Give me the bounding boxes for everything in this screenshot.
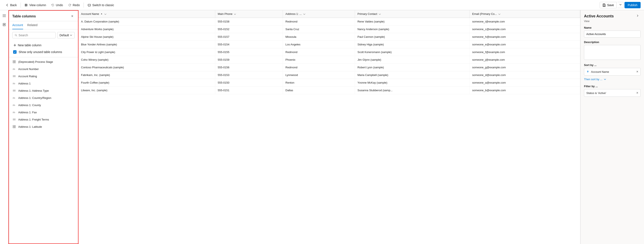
switch-classic-button[interactable]: Switch to classic <box>86 2 116 8</box>
divider-1 <box>20 3 21 8</box>
table-row[interactable]: A. Datum Corporation (sample) 555-0158 R… <box>78 18 580 26</box>
save-icon <box>602 4 606 7</box>
panel-header: Table columns × <box>9 11 78 21</box>
sort-remove-button[interactable]: × <box>636 70 638 74</box>
undo-button[interactable]: Undo <box>49 2 65 8</box>
cell-contact: Scott Konersmann (sample) <box>355 48 470 56</box>
list-item[interactable]: Address 1: Freight Terms <box>9 116 78 123</box>
menu-icon <box>12 89 16 93</box>
svg-rect-0 <box>25 4 26 6</box>
cell-email: someone_i@example.com <box>470 18 580 26</box>
cell-phone: 555-0154 <box>215 41 283 48</box>
cell-phone: 555-0152 <box>215 26 283 33</box>
svg-text:Ab: Ab <box>12 97 15 99</box>
plus-icon <box>13 44 16 47</box>
divider-2 <box>84 3 84 8</box>
cell-address: Dallas <box>283 87 355 94</box>
cell-email: someone_f@example.com <box>470 48 580 56</box>
table-area: Account Name Main Phone <box>78 10 580 244</box>
search-input[interactable] <box>19 34 53 37</box>
list-item[interactable]: Ab Address 1: County <box>9 101 78 109</box>
table-row[interactable]: Coho Winery (sample) 555-0159 Phoenix Ji… <box>78 56 580 64</box>
table-row[interactable]: Fabrikam, Inc. (sample) 555-0153 Lynnwoo… <box>78 71 580 79</box>
cell-address: Phoenix <box>283 56 355 64</box>
search-box[interactable] <box>12 32 56 38</box>
filter-label: Filter by ... <box>584 85 640 88</box>
table-row[interactable]: Alpine Ski House (sample) 555-0157 Misso… <box>78 33 580 41</box>
cell-contact: Robert Lyon (sample) <box>355 64 470 71</box>
save-dropdown-button[interactable] <box>618 2 624 8</box>
save-button[interactable]: Save <box>600 2 617 8</box>
back-button[interactable]: Back <box>4 2 19 8</box>
search-icon <box>15 34 18 37</box>
th-primary-contact[interactable]: Primary Contact <box>355 10 470 18</box>
unused-columns-row[interactable]: Show only unused table columns <box>12 49 75 55</box>
publish-button[interactable]: Publish <box>624 2 640 8</box>
then-sort-button[interactable]: Then sort by ... <box>584 77 640 82</box>
cell-email: someone_g@example.com <box>470 64 580 71</box>
save-label: Save <box>607 4 614 7</box>
unused-checkbox[interactable] <box>13 50 16 54</box>
table-body: A. Datum Corporation (sample) 555-0158 R… <box>78 18 580 94</box>
list-item[interactable]: Address 1: Latitude <box>9 123 78 130</box>
unused-label: Show only unused table columns <box>19 50 62 54</box>
th-account-name[interactable]: Account Name <box>78 10 215 18</box>
list-item[interactable]: Ab Address 1 <box>9 80 78 87</box>
th-email[interactable]: Email (Primary Co... <box>470 10 580 18</box>
right-panel-close-button[interactable] <box>635 14 640 19</box>
list-item[interactable]: Ab Address 1: Fax <box>9 109 78 116</box>
then-sort-label: Then sort by ... <box>584 78 602 81</box>
abc-icon: Ab <box>12 67 16 71</box>
svg-rect-16 <box>13 125 14 126</box>
svg-text:Ab: Ab <box>12 68 15 70</box>
table-row[interactable]: Contoso Pharmaceuticals (sample) 555-015… <box>78 64 580 71</box>
svg-text:Ab: Ab <box>12 82 15 85</box>
cell-contact: Yvonne McKay (sample) <box>355 79 470 87</box>
filter-item: Status is 'Active' × <box>584 89 640 97</box>
list-item[interactable]: Address 1: Address Type <box>9 87 78 94</box>
tab-account[interactable]: Account <box>12 21 23 29</box>
toolbar-right: Save Publish <box>600 2 640 8</box>
text-icon[interactable] <box>1 21 8 28</box>
cell-contact: Jim Glynn (sample) <box>355 56 470 64</box>
table-row[interactable]: City Power & Light (sample) 555-0155 Red… <box>78 48 580 56</box>
data-table: Account Name Main Phone <box>78 10 580 94</box>
list-item[interactable]: Ab Address 1: Country/Region <box>9 94 78 101</box>
grid-icon <box>12 125 16 129</box>
hamburger-icon[interactable] <box>1 12 8 19</box>
th-address[interactable]: Address 1: ... <box>283 10 355 18</box>
cell-name: Fabrikam, Inc. (sample) <box>78 71 215 79</box>
cell-phone: 555-0153 <box>215 71 283 79</box>
list-item[interactable]: (Deprecated) Process Stage <box>9 58 78 65</box>
name-field[interactable] <box>584 31 640 38</box>
new-column-button[interactable]: New table column <box>12 42 75 49</box>
th-main-phone[interactable]: Main Phone <box>215 10 283 18</box>
description-field[interactable] <box>584 45 640 60</box>
filter-remove-button[interactable]: × <box>636 91 638 95</box>
view-column-button[interactable]: View column <box>22 2 48 8</box>
close-panel-button[interactable]: × <box>70 14 75 19</box>
table-row[interactable]: Litware, Inc. (sample) 555-0151 Dallas S… <box>78 87 580 94</box>
sort-toggle-icon <box>378 13 381 15</box>
switch-classic-label: Switch to classic <box>92 4 114 7</box>
cell-name: Contoso Pharmaceuticals (sample) <box>78 64 215 71</box>
toolbar: Back View column Undo Redo Switch to cla… <box>0 0 644 10</box>
cell-email: someone_e@example.com <box>470 41 580 48</box>
default-dropdown[interactable]: Default <box>57 32 75 38</box>
svg-rect-7 <box>13 61 14 62</box>
table-row[interactable]: Adventure Works (sample) 555-0152 Santa … <box>78 26 580 33</box>
cell-email: someone_h@example.com <box>470 33 580 41</box>
tab-related[interactable]: Related <box>27 21 38 29</box>
table-row[interactable]: Fourth Coffee (sample) 555-0150 Renton Y… <box>78 79 580 87</box>
cell-address: Redmond <box>283 48 355 56</box>
undo-icon <box>51 4 54 7</box>
back-label: Back <box>10 4 17 7</box>
svg-rect-8 <box>14 61 16 62</box>
list-item[interactable]: Ab Account Number <box>9 65 78 73</box>
menu-icon <box>12 74 16 78</box>
list-item[interactable]: Account Rating <box>9 73 78 80</box>
th-account-name-label: Account Name <box>81 12 99 16</box>
table-row[interactable]: Blue Yonder Airlines (sample) 555-0154 L… <box>78 41 580 48</box>
cell-phone: 555-0157 <box>215 33 283 41</box>
redo-button[interactable]: Redo <box>66 2 82 8</box>
